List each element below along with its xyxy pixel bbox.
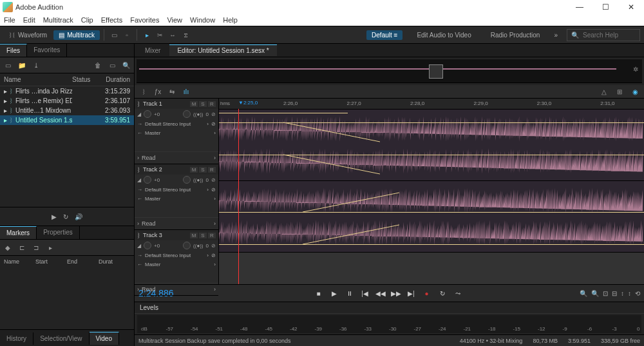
tab-favorites[interactable]: Favorites <box>27 44 67 57</box>
tab-markers[interactable]: Markers <box>0 226 37 239</box>
workspace-edit-audio[interactable]: Edit Audio to Video <box>412 30 476 40</box>
tab-mixer[interactable]: Mixer <box>137 45 168 56</box>
search-help[interactable]: 🔍 <box>567 29 640 41</box>
session-overview[interactable]: ✲ <box>137 59 642 83</box>
razor-tool-button[interactable]: ✂ <box>154 29 166 41</box>
forward-button[interactable]: ▶▶ <box>391 290 401 297</box>
tab-selection-view[interactable]: Selection/View <box>33 332 89 345</box>
mute-button[interactable]: M <box>190 233 198 238</box>
workspace-radio[interactable]: Radio Production <box>486 30 545 40</box>
zoom-out-v-icon[interactable]: ↕ <box>628 290 631 297</box>
menu-favorites[interactable]: Favorites <box>130 16 159 24</box>
col-status[interactable]: Status <box>72 76 98 83</box>
gain-knob[interactable] <box>144 242 151 249</box>
autoplay-icon[interactable]: 🔊 <box>75 213 82 220</box>
pan-knob[interactable] <box>183 242 191 249</box>
add-marker-icon[interactable]: ◆ <box>3 242 13 253</box>
zoom-reset-icon[interactable]: ⟲ <box>635 290 640 297</box>
track-lane[interactable] <box>219 110 644 181</box>
snap-icon[interactable]: ⊞ <box>614 88 625 95</box>
fx-icon[interactable]: ƒx <box>153 88 163 95</box>
open-file-button[interactable]: ▭ <box>108 29 120 41</box>
zoom-in-v-icon[interactable]: ↕ <box>621 290 624 297</box>
menu-help[interactable]: Help <box>223 16 238 24</box>
solo-button[interactable]: S <box>199 101 207 107</box>
loop-preview-icon[interactable]: ↻ <box>63 213 68 220</box>
playhead-cursor[interactable] <box>238 109 239 284</box>
pan-knob[interactable] <box>183 110 191 118</box>
mute-button[interactable]: M <box>190 167 198 173</box>
track-header[interactable]: ⧘Track 2MSR ◢+0((●))0⊘ →Default Stereo I… <box>135 164 218 230</box>
close-button[interactable]: ✕ <box>618 3 644 12</box>
playhead-return-icon[interactable]: ◉ <box>630 88 640 95</box>
arm-record-button[interactable]: R <box>208 233 216 238</box>
menu-multitrack[interactable]: Multitrack <box>43 16 73 24</box>
pan-knob[interactable] <box>183 176 191 184</box>
time-selection-tool-button[interactable]: Ɪ <box>180 29 191 41</box>
file-row[interactable]: ▸⧘Flirts …inda Jo Rizzo).mp33:15.239 <box>0 86 134 96</box>
waveform-mode-button[interactable]: ⧘⧙ Waveform <box>4 30 52 40</box>
timeline-area[interactable]: hms ▼2:25,0 2:26,02:27,02:28,02:29,02:30… <box>219 99 644 284</box>
stop-button[interactable]: ■ <box>314 290 324 297</box>
loop-button[interactable]: ↻ <box>437 290 448 297</box>
marker-col-dur[interactable]: Durat <box>99 258 130 265</box>
maximize-button[interactable]: ☐ <box>592 3 618 12</box>
level-meter[interactable]: dB-57-54-51-48-45-42-39-36-33-30-27-24-2… <box>137 315 641 333</box>
marker-out-icon[interactable]: ⊐ <box>31 242 41 253</box>
track-lane[interactable] <box>219 253 644 284</box>
minimize-button[interactable]: — <box>567 3 592 12</box>
eq-icon[interactable]: ıIı <box>181 88 191 95</box>
zoom-out-h-icon[interactable]: 🔍 <box>591 290 599 297</box>
solo-button[interactable]: S <box>199 233 207 238</box>
menu-window[interactable]: Window <box>190 16 215 24</box>
zoom-selection-icon[interactable]: ⊟ <box>612 290 617 297</box>
arm-record-button[interactable]: R <box>208 101 216 107</box>
rewind-button[interactable]: ◀◀ <box>375 290 386 297</box>
zoom-full-icon[interactable]: ⊡ <box>603 290 608 297</box>
solo-button[interactable]: S <box>199 167 207 173</box>
marker-col-name[interactable]: Name <box>4 258 35 265</box>
delete-marker-icon[interactable]: ▸ <box>45 242 55 253</box>
file-row[interactable]: ▸⧘Untitle…1 Mixdown 1.wav2:36.093 <box>0 106 134 115</box>
sends-icon[interactable]: ⇆ <box>167 88 177 95</box>
tab-editor[interactable]: Editor: Untitled Session 1.sesx * <box>169 44 276 56</box>
gain-knob[interactable] <box>144 176 151 184</box>
menu-edit[interactable]: Edit <box>23 16 35 24</box>
move-tool-button[interactable]: ▸ <box>141 29 153 41</box>
file-row[interactable]: ▸⧘Untitled Session 1.sesx *3:59.951 <box>0 115 134 125</box>
go-start-button[interactable]: |◀ <box>360 290 370 297</box>
new-file-icon[interactable]: ▭ <box>3 60 13 70</box>
search-input[interactable] <box>582 31 636 39</box>
time-ruler[interactable]: hms ▼2:25,0 2:26,02:27,02:28,02:29,02:30… <box>219 99 644 110</box>
marker-col-start[interactable]: Start <box>35 258 67 265</box>
skip-silence-button[interactable]: ⤳ <box>453 290 463 297</box>
marker-in-icon[interactable]: ⊏ <box>17 242 27 253</box>
go-end-button[interactable]: ▶| <box>406 290 417 297</box>
record-button[interactable]: ● <box>422 290 432 297</box>
menu-effects[interactable]: Effects <box>101 16 122 24</box>
col-duration[interactable]: Duration <box>98 76 130 83</box>
overview-viewport-handle[interactable] <box>429 64 443 79</box>
track-lane[interactable] <box>219 181 644 253</box>
tab-files[interactable]: Files <box>0 44 27 57</box>
filter-icon[interactable]: ▭ <box>107 60 117 70</box>
marker-col-end[interactable]: End <box>67 258 99 265</box>
import-icon[interactable]: ⤓ <box>31 60 41 70</box>
pause-button[interactable]: ⏸ <box>345 290 355 297</box>
col-name[interactable]: Name <box>4 76 72 83</box>
menu-view[interactable]: View <box>167 16 182 24</box>
waveform-display-icon[interactable]: ⧘ <box>138 88 149 95</box>
mute-button[interactable]: M <box>190 101 198 107</box>
levels-label[interactable]: Levels <box>135 302 644 314</box>
multitrack-mode-button[interactable]: ▤ Multitrack <box>53 30 100 40</box>
save-button[interactable]: ▫ <box>121 29 133 41</box>
edit-envelope-icon[interactable]: △ <box>599 88 609 95</box>
menu-clip[interactable]: Clip <box>81 16 93 24</box>
play-button[interactable]: ▶ <box>329 290 339 297</box>
search-files-icon[interactable]: 🔍 <box>121 60 131 70</box>
play-preview-icon[interactable]: ▶ <box>52 213 57 220</box>
more-workspaces-icon[interactable]: » <box>554 32 558 39</box>
tab-history[interactable]: History <box>0 332 33 345</box>
slip-tool-button[interactable]: ↔ <box>167 29 178 41</box>
workspace-default[interactable]: Default ≡ <box>366 30 402 40</box>
